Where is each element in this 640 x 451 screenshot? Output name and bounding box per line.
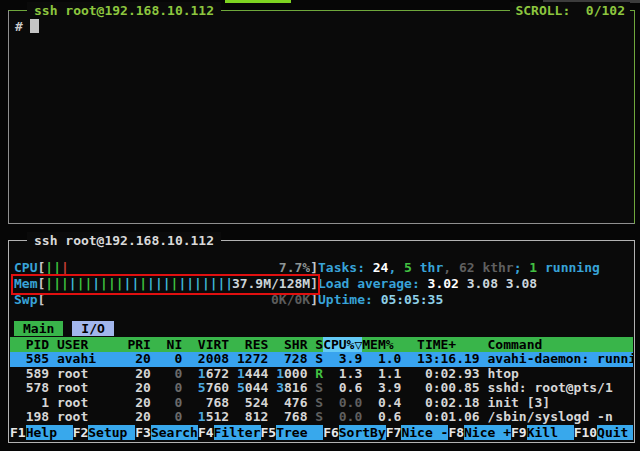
- cell-ni: 0: [151, 381, 182, 395]
- htop-view: CPU[|||7.7%]Mem[||||||||||||||||||||||||…: [9, 241, 634, 442]
- column-header-mem[interactable]: MEM%: [362, 337, 401, 352]
- cell-cpu: 0.0: [323, 396, 362, 410]
- cell-res: 1272: [229, 352, 268, 366]
- column-header-pri[interactable]: PRI: [127, 337, 150, 352]
- pane-top-title: ssh root@192.168.10.112: [27, 2, 221, 19]
- cell-time: 0:02.93: [401, 367, 479, 381]
- cell-mem: 0.6: [362, 410, 401, 424]
- cell-res: 524: [229, 396, 268, 410]
- process-row[interactable]: 198 root 20 0 1512 812 768 S 0.0 0.6 0:0…: [10, 410, 633, 425]
- cell-command: avahi-daemon: running: [480, 352, 633, 366]
- cell-mem: 0.4: [362, 396, 401, 410]
- fkey-label-f6-sortby[interactable]: SortBy: [339, 425, 386, 440]
- fkey-f5-tree[interactable]: F5: [261, 425, 277, 440]
- cell-virt: 1512: [182, 410, 229, 424]
- fkey-label-f2-setup[interactable]: Setup: [88, 425, 135, 440]
- column-header-virt[interactable]: VIRT: [182, 337, 229, 352]
- cell-virt: 1672: [182, 367, 229, 381]
- shell-prompt: #: [15, 19, 23, 34]
- cell-user: root: [49, 410, 127, 424]
- cell-pid: 589: [10, 367, 49, 381]
- cell-shr: 3816: [268, 381, 307, 395]
- shell-prompt-line: #: [15, 18, 39, 36]
- column-header-command[interactable]: Command: [480, 337, 543, 352]
- tab-io[interactable]: I/O: [72, 321, 113, 336]
- cell-res: 5044: [229, 381, 268, 395]
- terminal-cursor: [30, 19, 39, 33]
- cell-state: S: [307, 410, 323, 424]
- fkey-f10-quit[interactable]: F10: [574, 425, 597, 440]
- cell-ni: 0: [151, 396, 182, 410]
- cell-user: root: [49, 367, 127, 381]
- process-table-header: PID USER PRI NI VIRT RES SHR SCPU%▽MEM% …: [10, 337, 633, 352]
- fkey-f9-kill[interactable]: F9: [511, 425, 527, 440]
- cell-command: sshd: root@pts/1: [480, 381, 613, 395]
- cell-shr: 768: [268, 410, 307, 424]
- cell-virt: 5760: [182, 381, 229, 395]
- fkey-f2-setup[interactable]: F2: [73, 425, 89, 440]
- fkey-f1-help[interactable]: F1: [10, 425, 26, 440]
- htop-tabs: MainI/O: [14, 321, 114, 336]
- fkey-label-f8-nice[interactable]: Nice +: [464, 425, 511, 440]
- cell-user: root: [49, 381, 127, 395]
- function-key-bar: F1Help F2Setup F3SearchF4FilterF5Tree F6…: [10, 425, 633, 440]
- fkey-label-f4-filter[interactable]: Filter: [214, 425, 261, 440]
- cell-mem: 3.9: [362, 381, 401, 395]
- cell-cpu: 0.6: [323, 381, 362, 395]
- uptime-line: Uptime: 05:05:35: [318, 292, 631, 308]
- cell-state: S: [307, 352, 323, 366]
- process-row[interactable]: 589 root 20 0 1672 1444 1000 R 1.3 1.1 0…: [10, 367, 633, 382]
- column-header-res[interactable]: RES: [229, 337, 268, 352]
- column-header-cpu[interactable]: CPU%▽: [323, 337, 362, 352]
- cell-shr: 1000: [268, 367, 307, 381]
- cell-virt: 768: [182, 396, 229, 410]
- column-header-ni[interactable]: NI: [151, 337, 182, 352]
- cell-time: 0:00.85: [401, 381, 479, 395]
- cell-pri: 20: [127, 381, 150, 395]
- fkey-label-f5-tree[interactable]: Tree: [276, 425, 323, 440]
- fkey-label-f7-nice[interactable]: Nice -: [401, 425, 448, 440]
- column-header-shr[interactable]: SHR: [268, 337, 307, 352]
- fkey-f3-search[interactable]: F3: [135, 425, 151, 440]
- fkey-label-f1-help[interactable]: Help: [26, 425, 73, 440]
- pane-top-shell[interactable]: ssh root@192.168.10.112 SCROLL: 0/102 #: [8, 10, 635, 224]
- cell-state: S: [307, 381, 323, 395]
- fkey-f4-filter[interactable]: F4: [198, 425, 214, 440]
- process-row[interactable]: 578 root 20 0 5760 5044 3816 S 0.6 3.9 0…: [10, 381, 633, 396]
- cell-res: 812: [229, 410, 268, 424]
- column-header-state[interactable]: S: [307, 337, 323, 352]
- cell-pri: 20: [127, 367, 150, 381]
- cell-pid: 198: [10, 410, 49, 424]
- cell-state: S: [307, 396, 323, 410]
- cell-time: 0:02.18: [401, 396, 479, 410]
- cell-virt: 2008: [182, 352, 229, 366]
- cell-pid: 1: [10, 396, 49, 410]
- process-table: 585 avahi 20 0 2008 1272 728 S 3.9 1.0 1…: [10, 352, 633, 425]
- fkey-label-f3-search[interactable]: Search: [151, 425, 198, 440]
- cell-pid: 578: [10, 381, 49, 395]
- process-row[interactable]: 585 avahi 20 0 2008 1272 728 S 3.9 1.0 1…: [10, 352, 633, 367]
- top-green-progress-fragment: [225, 0, 291, 3]
- column-header-pid[interactable]: PID: [10, 337, 49, 352]
- fkey-f8-nice[interactable]: F8: [448, 425, 464, 440]
- cell-shr: 728: [268, 352, 307, 366]
- tasks-line: Tasks: 24, 5 thr, 62 kthr; 1 running: [318, 260, 631, 276]
- fkey-f7-nice[interactable]: F7: [386, 425, 402, 440]
- cell-pri: 20: [127, 410, 150, 424]
- fkey-label-f10-quit[interactable]: Quit: [597, 425, 633, 440]
- fkey-f6-sortby[interactable]: F6: [323, 425, 339, 440]
- cell-state: R: [307, 367, 323, 381]
- cell-res: 1444: [229, 367, 268, 381]
- load-average-line: Load average: 3.02 3.08 3.08: [318, 276, 631, 292]
- cell-mem: 1.1: [362, 367, 401, 381]
- fkey-label-f9-kill[interactable]: Kill: [527, 425, 574, 440]
- column-header-time[interactable]: TIME+: [401, 337, 479, 352]
- cell-command: init [3]: [480, 396, 550, 410]
- pane-bottom-htop[interactable]: ssh root@192.168.10.112 CPU[|||7.7%]Mem[…: [8, 240, 635, 443]
- tab-main[interactable]: Main: [14, 321, 63, 336]
- cell-pid: 585: [10, 352, 49, 366]
- process-row[interactable]: 1 root 20 0 768 524 476 S 0.0 0.4 0:02.1…: [10, 396, 633, 411]
- cell-cpu: 1.3: [323, 367, 362, 381]
- column-header-user[interactable]: USER: [49, 337, 127, 352]
- cell-user: root: [49, 396, 127, 410]
